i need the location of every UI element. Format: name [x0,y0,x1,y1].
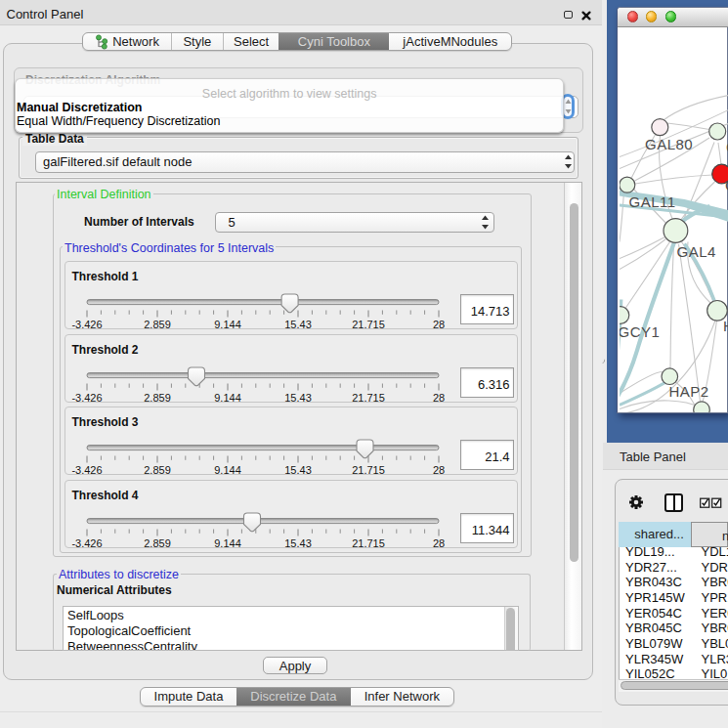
svg-text:9.144: 9.144 [214,536,241,548]
svg-text:-3.426: -3.426 [71,464,102,476]
svg-text:GAL4: GAL4 [676,242,715,259]
svg-text:-3.426: -3.426 [71,391,102,403]
svg-text:28: 28 [432,391,444,403]
svg-text:H: H [723,318,728,334]
svg-text:2.859: 2.859 [144,319,171,330]
svg-text:15.43: 15.43 [284,319,312,330]
svg-text:2.859: 2.859 [144,464,171,476]
svg-text:GCY1: GCY1 [620,322,660,339]
svg-text:28: 28 [432,464,444,476]
svg-text:C: C [725,176,728,193]
svg-text:21.715: 21.715 [352,391,385,403]
svg-text:21.715: 21.715 [352,536,385,548]
svg-text:15.43: 15.43 [284,464,312,476]
svg-text:9.144: 9.144 [214,319,241,330]
svg-text:9.144: 9.144 [214,464,241,476]
svg-text:2.859: 2.859 [144,536,171,548]
svg-text:9.144: 9.144 [214,391,241,403]
svg-text:-3.426: -3.426 [71,536,102,548]
svg-text:-3.426: -3.426 [71,319,102,330]
svg-text:2.859: 2.859 [144,391,171,403]
svg-text:28: 28 [432,536,444,548]
svg-text:HAP2: HAP2 [668,382,708,399]
svg-text:GAL11: GAL11 [628,193,675,210]
svg-text:21.715: 21.715 [352,464,385,476]
svg-text:GAL80: GAL80 [645,136,693,152]
svg-text:28: 28 [432,319,444,330]
svg-text:15.43: 15.43 [284,536,312,548]
svg-text:15.43: 15.43 [284,391,312,403]
svg-text:21.715: 21.715 [352,319,385,330]
